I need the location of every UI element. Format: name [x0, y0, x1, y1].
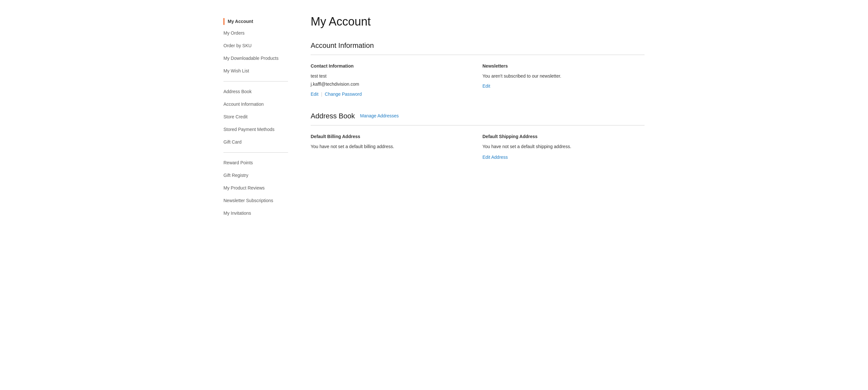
billing-address-title: Default Billing Address	[311, 133, 473, 140]
address-book-title: Address Book Manage Addresses	[311, 111, 645, 126]
sidebar-group-3: Reward Points Gift Registry My Product R…	[223, 157, 288, 220]
sidebar-item-reward-points[interactable]: Reward Points	[223, 157, 288, 169]
default-shipping-block: Default Shipping Address You have not se…	[483, 133, 645, 161]
sidebar-item-my-downloadable-products[interactable]: My Downloadable Products	[223, 52, 288, 65]
sidebar-group-2: Address Book Account Information Store C…	[223, 85, 288, 148]
address-book-grid: Default Billing Address You have not set…	[311, 133, 645, 161]
sidebar-item-address-book[interactable]: Address Book	[223, 85, 288, 98]
contact-edit-link[interactable]: Edit	[311, 91, 318, 98]
newsletters-actions: Edit	[483, 83, 645, 90]
account-information-section: Account Information Contact Information …	[311, 40, 645, 98]
sidebar-nav: My Account My Orders Order by SKU My Dow…	[223, 16, 288, 220]
edit-address-link[interactable]: Edit Address	[483, 154, 508, 161]
account-information-title: Account Information	[311, 40, 645, 55]
sidebar-item-my-invitations[interactable]: My Invitations	[223, 207, 288, 220]
contact-info-title: Contact Information	[311, 63, 473, 69]
sidebar-item-gift-registry[interactable]: Gift Registry	[223, 169, 288, 182]
contact-actions: Edit | Change Password	[311, 91, 473, 98]
contact-info-block: Contact Information test test j.kaffl@te…	[311, 63, 473, 98]
contact-email: j.kaffl@techdivision.com	[311, 81, 473, 88]
page-title: My Account	[311, 13, 645, 30]
sidebar-item-my-orders[interactable]: My Orders	[223, 27, 288, 39]
sidebar-item-gift-card[interactable]: Gift Card	[223, 136, 288, 148]
sidebar-item-my-wish-list[interactable]: My Wish List	[223, 65, 288, 77]
sidebar-item-account-information[interactable]: Account Information	[223, 98, 288, 111]
action-separator: |	[321, 91, 322, 98]
shipping-actions: Edit Address	[483, 154, 645, 161]
newsletters-status: You aren't subscribed to our newsletter.	[483, 73, 645, 80]
sidebar-item-order-by-sku[interactable]: Order by SKU	[223, 39, 288, 52]
contact-name: test test	[311, 73, 473, 80]
sidebar-divider-1	[223, 81, 288, 82]
default-billing-block: Default Billing Address You have not set…	[311, 133, 473, 161]
shipping-no-address-text: You have not set a default shipping addr…	[483, 143, 645, 150]
sidebar-item-store-credit[interactable]: Store Credit	[223, 111, 288, 123]
sidebar-divider-2	[223, 152, 288, 152]
address-book-section: Address Book Manage Addresses Default Bi…	[311, 111, 645, 161]
manage-addresses-link[interactable]: Manage Addresses	[360, 113, 399, 119]
account-info-grid: Contact Information test test j.kaffl@te…	[311, 63, 645, 98]
sidebar-item-my-product-reviews[interactable]: My Product Reviews	[223, 182, 288, 194]
shipping-address-title: Default Shipping Address	[483, 133, 645, 140]
sidebar: My Account My Orders Order by SKU My Dow…	[223, 13, 298, 377]
newsletters-title: Newsletters	[483, 63, 645, 69]
change-password-link[interactable]: Change Password	[325, 91, 362, 98]
sidebar-item-my-account[interactable]: My Account	[223, 16, 288, 27]
newsletters-edit-link[interactable]: Edit	[483, 83, 490, 90]
sidebar-item-newsletter-subscriptions[interactable]: Newsletter Subscriptions	[223, 194, 288, 207]
main-content: My Account Account Information Contact I…	[298, 13, 645, 377]
billing-no-address-text: You have not set a default billing addre…	[311, 143, 473, 150]
sidebar-item-stored-payment-methods[interactable]: Stored Payment Methods	[223, 123, 288, 136]
newsletters-block: Newsletters You aren't subscribed to our…	[483, 63, 645, 98]
sidebar-group-1: My Account My Orders Order by SKU My Dow…	[223, 16, 288, 77]
